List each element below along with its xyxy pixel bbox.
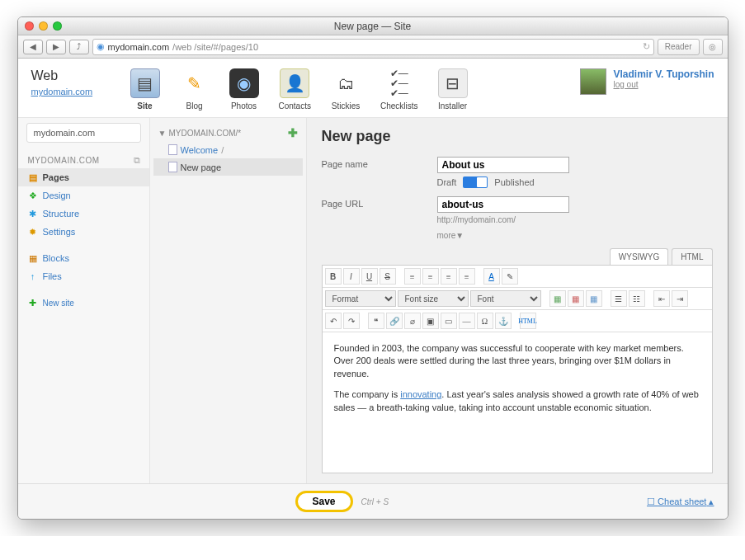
link-button[interactable]: 🔗 <box>386 313 403 329</box>
sidebar-item-pages[interactable]: ▤Pages <box>18 168 149 186</box>
source-button[interactable]: HTML <box>520 313 536 329</box>
app-photos[interactable]: ◉Photos <box>229 68 259 111</box>
format-select[interactable]: Format <box>325 290 396 307</box>
page-tree: ▼ MYDOMAIN.COM/*✚ Welcome / New page <box>150 118 307 483</box>
reload-icon[interactable]: ↻ <box>643 41 650 52</box>
sidebar-item-settings[interactable]: ✹Settings <box>18 223 149 241</box>
url-bar[interactable]: ◉ mydomain.com /web /site/#/pages/10 ↻ <box>92 39 654 55</box>
body: mydomain.com MYDOMAIN.COM⧉ ▤Pages ❖Desig… <box>18 118 728 483</box>
bold-button[interactable]: B <box>325 268 342 285</box>
brand: Web mydomain.com <box>31 68 130 111</box>
window-title: New page — Site <box>18 21 728 32</box>
user-block: Vladimir V. Tuporshin log out <box>580 68 714 111</box>
page-name-input[interactable] <box>437 157 569 173</box>
row-button[interactable]: ▦ <box>568 290 584 307</box>
browser-window: New page — Site ◀ ▶ ⤴ ◉ mydomain.com /we… <box>17 16 728 520</box>
reader-button[interactable]: Reader <box>658 39 700 55</box>
page-url-input[interactable] <box>437 196 569 213</box>
url-domain: mydomain.com <box>108 42 170 52</box>
blocks-icon: ▦ <box>28 253 38 263</box>
indent-button[interactable]: ⇥ <box>672 290 688 307</box>
domain-selector[interactable]: mydomain.com <box>26 123 141 143</box>
sidebar: mydomain.com MYDOMAIN.COM⧉ ▤Pages ❖Desig… <box>18 118 150 483</box>
editor-toolbar-1: B I U S ≡ ≡ ≡ ≡ A ✎ <box>323 266 712 288</box>
hr-button[interactable]: — <box>459 313 475 329</box>
back-button[interactable]: ◀ <box>23 40 43 54</box>
url-path: /web /site/#/pages/10 <box>172 42 258 52</box>
structure-icon: ✱ <box>28 209 38 219</box>
unlink-button[interactable]: ⌀ <box>404 313 421 329</box>
col-button[interactable]: ▦ <box>586 290 602 307</box>
table-button[interactable]: ▦ <box>549 290 566 307</box>
align-left-button[interactable]: ≡ <box>404 268 421 285</box>
char-button[interactable]: Ω <box>477 313 493 329</box>
app-contacts[interactable]: 👤Contacts <box>279 68 311 111</box>
brand-domain-link[interactable]: mydomain.com <box>31 87 93 96</box>
menu-button[interactable]: ◎ <box>703 39 723 55</box>
tree-item-newpage[interactable]: New page <box>153 158 303 176</box>
app-checklists[interactable]: ✔—✔—✔—Checklists <box>380 68 418 111</box>
sidebar-item-files[interactable]: ↑Files <box>18 267 149 285</box>
tab-wysiwyg[interactable]: WYSIWYG <box>610 248 668 265</box>
sidebar-new-site[interactable]: ✚New site <box>18 294 149 312</box>
outdent-button[interactable]: ⇤ <box>653 290 670 307</box>
quote-button[interactable]: ❝ <box>368 313 384 329</box>
add-page-button[interactable]: ✚ <box>288 126 298 139</box>
published-label: Published <box>494 177 534 187</box>
align-right-button[interactable]: ≡ <box>441 268 457 285</box>
sidebar-item-structure[interactable]: ✱Structure <box>18 205 149 223</box>
editor-toolbar-3: ↶ ↷ ❝ 🔗 ⌀ ▣ ▭ — Ω ⚓ HTML <box>323 310 712 332</box>
save-button[interactable]: Save <box>295 491 353 512</box>
align-center-button[interactable]: ≡ <box>422 268 439 285</box>
editor: B I U S ≡ ≡ ≡ ≡ A ✎ Format <box>322 265 713 473</box>
logout-link[interactable]: log out <box>613 80 714 89</box>
gear-icon: ✹ <box>28 227 38 237</box>
cheat-sheet-link[interactable]: ☐ Cheat sheet ▴ <box>647 496 714 507</box>
draft-label: Draft <box>437 177 457 187</box>
avatar[interactable] <box>580 68 606 95</box>
app-installer[interactable]: ⊟Installer <box>438 68 468 111</box>
anchor-button[interactable]: ⚓ <box>495 313 512 329</box>
upload-icon: ↑ <box>28 271 38 281</box>
app-blog[interactable]: ✎Blog <box>180 68 210 111</box>
clear-format-button[interactable]: ✎ <box>502 268 518 285</box>
list-ol-button[interactable]: ☰ <box>611 290 627 307</box>
editor-content[interactable]: Founded in 2003, the company was success… <box>323 332 712 473</box>
text-color-button[interactable]: A <box>483 268 500 285</box>
titlebar: New page — Site <box>18 17 728 35</box>
sidebar-item-blocks[interactable]: ▦Blocks <box>18 249 149 267</box>
app-switcher: ▤Site ✎Blog ◉Photos 👤Contacts 🗂Stickies … <box>130 68 468 111</box>
italic-button[interactable]: I <box>343 268 360 285</box>
media-button[interactable]: ▭ <box>441 313 457 329</box>
content-paragraph: The company is innovating. Last year's s… <box>334 388 700 414</box>
tree-item-welcome[interactable]: Welcome / <box>153 141 303 158</box>
strike-button[interactable]: S <box>380 268 396 285</box>
pages-icon: ▤ <box>28 172 38 182</box>
list-ul-button[interactable]: ☷ <box>629 290 645 307</box>
main-panel: New page Page name Draft Published Page … <box>307 118 728 483</box>
more-toggle[interactable]: more▼ <box>437 231 569 240</box>
undo-button[interactable]: ↶ <box>325 313 342 329</box>
tab-html[interactable]: HTML <box>672 248 712 265</box>
brand-title: Web <box>31 68 130 83</box>
sidebar-item-design[interactable]: ❖Design <box>18 186 149 205</box>
copy-icon[interactable]: ⧉ <box>134 155 141 166</box>
share-button[interactable]: ⤴ <box>69 40 89 54</box>
app-site[interactable]: ▤Site <box>130 68 160 111</box>
app-stickies[interactable]: 🗂Stickies <box>331 68 361 111</box>
publish-toggle[interactable] <box>463 176 488 188</box>
user-name[interactable]: Vladimir V. Tuporshin <box>613 68 714 80</box>
redo-button[interactable]: ↷ <box>343 313 360 329</box>
font-select[interactable]: Font <box>470 290 541 307</box>
url-hint: http://mydomain.com/ <box>437 215 569 224</box>
content-link[interactable]: innovating <box>400 389 441 399</box>
app-header: Web mydomain.com ▤Site ✎Blog ◉Photos 👤Co… <box>18 59 728 118</box>
align-justify-button[interactable]: ≡ <box>459 268 475 285</box>
forward-button[interactable]: ▶ <box>46 40 66 54</box>
fontsize-select[interactable]: Font size <box>398 290 469 307</box>
page-icon <box>168 144 177 155</box>
image-button[interactable]: ▣ <box>422 313 439 329</box>
page-url-label: Page URL <box>322 196 437 209</box>
underline-button[interactable]: U <box>361 268 378 285</box>
plus-icon: ✚ <box>28 298 38 308</box>
